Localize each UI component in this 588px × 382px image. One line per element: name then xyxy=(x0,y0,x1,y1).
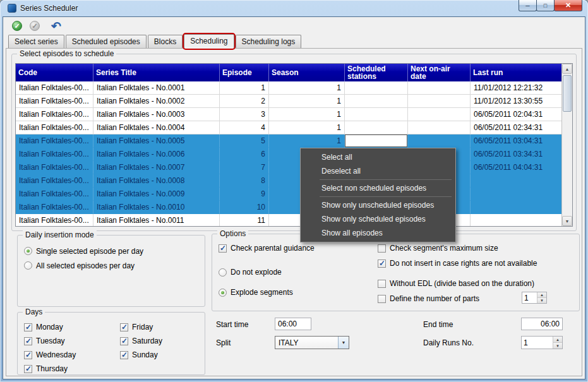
cell-season[interactable]: 1 xyxy=(269,81,345,95)
confirm-disabled-button[interactable]: ✓ xyxy=(27,18,42,33)
cell-episode[interactable]: 11 xyxy=(220,214,269,226)
cell-code[interactable]: Italian Folktales-00... xyxy=(16,148,93,161)
confirm-button[interactable]: ✓ xyxy=(9,18,25,33)
episode-row[interactable]: Italian Folktales-00...Italian Folktales… xyxy=(16,188,561,201)
menu-item-deselect-all[interactable]: Deselect all xyxy=(301,164,455,178)
cell-last[interactable]: 06/05/2011 02:34:31 xyxy=(471,121,561,134)
episode-row[interactable]: Italian Folktales-00...Italian Folktales… xyxy=(16,201,561,214)
cell-season[interactable]: 1 xyxy=(269,121,345,134)
cell-episode[interactable]: 7 xyxy=(220,161,269,174)
column-header-last[interactable]: Last run xyxy=(471,64,561,81)
cell-stations[interactable] xyxy=(345,108,408,121)
scroll-up-button[interactable]: ▲ xyxy=(562,64,572,74)
cell-episode[interactable]: 3 xyxy=(220,108,269,121)
column-header-next[interactable]: Next on-air date xyxy=(408,64,471,81)
episode-row[interactable]: Italian Folktales-00...Italian Folktales… xyxy=(16,81,561,95)
menu-item-select-non-scheduled-episodes[interactable]: Select non scheduled episodes xyxy=(301,181,455,195)
undo-button[interactable]: ↶ xyxy=(45,18,60,33)
parts-count-input[interactable] xyxy=(522,292,537,303)
episode-row[interactable]: Italian Folktales-00...Italian Folktales… xyxy=(16,161,561,174)
menu-item-show-only-unscheduled-episodes[interactable]: Show only unscheduled episodes xyxy=(301,198,455,212)
cell-next[interactable] xyxy=(408,81,471,95)
parts-count-spinner[interactable]: ▲ ▼ xyxy=(522,292,547,304)
cell-title[interactable]: Italian Folktales - No.0002 xyxy=(93,95,220,108)
cell-code[interactable]: Italian Folktales-00... xyxy=(16,201,93,214)
cell-last[interactable] xyxy=(471,174,561,188)
cell-episode[interactable]: 5 xyxy=(220,134,269,148)
cell-episode[interactable]: 2 xyxy=(220,95,269,108)
checkbox-check-segment-maximum-size[interactable]: Check segment's maximum size xyxy=(378,242,498,254)
cell-code[interactable]: Italian Folktales-00... xyxy=(16,214,93,226)
cell-last[interactable]: 06/05/2011 04:04:31 xyxy=(471,161,561,174)
vertical-scrollbar[interactable]: ▲ ▼ xyxy=(561,64,572,226)
radio-all-selected-episodes-per-day[interactable]: All selected episodes per day xyxy=(24,259,143,272)
scrollbar-thumb[interactable] xyxy=(563,75,572,112)
checkbox-thursday[interactable]: Thursday xyxy=(24,362,120,376)
radio-do-not-explode[interactable]: Do not explode xyxy=(219,266,282,278)
episode-row[interactable]: Italian Folktales-00...Italian Folktales… xyxy=(16,108,561,121)
cell-last[interactable]: 06/05/2011 03:34:31 xyxy=(471,148,561,161)
cell-title[interactable]: Italian Folktales - No.0009 xyxy=(93,188,220,201)
column-header-title[interactable]: Series Title xyxy=(93,64,220,81)
cell-stations[interactable] xyxy=(345,81,408,95)
cell-episode[interactable]: 6 xyxy=(220,148,269,161)
radio-explode-segments[interactable]: Explode segments xyxy=(219,287,293,298)
tab-scheduling-logs[interactable]: Scheduling logs xyxy=(236,35,302,48)
menu-item-show-only-scheduled-episodes[interactable]: Show only scheduled episodes xyxy=(301,212,455,226)
cell-last[interactable]: 11/01/2012 12:21:32 xyxy=(471,81,561,95)
cell-season[interactable]: 1 xyxy=(269,134,345,148)
cell-code[interactable]: Italian Folktales-00... xyxy=(16,161,93,174)
menu-item-select-all[interactable]: Select all xyxy=(301,150,455,164)
minimize-button[interactable]: ─ xyxy=(519,0,537,11)
cell-last[interactable] xyxy=(471,214,561,226)
cell-next[interactable] xyxy=(408,95,471,108)
tab-scheduled-episodes[interactable]: Scheduled episodes xyxy=(66,35,147,48)
cell-last[interactable] xyxy=(471,188,561,201)
cell-stations[interactable] xyxy=(345,95,408,108)
cell-title[interactable]: Italian Folktales - No.0008 xyxy=(93,174,220,188)
checkbox-do-not-insert-no-rights[interactable]: Do not insert in case rights are not ava… xyxy=(378,258,537,269)
checkbox-saturday[interactable]: Saturday xyxy=(120,334,216,348)
cell-episode[interactable]: 1 xyxy=(220,81,269,95)
cell-code[interactable]: Italian Folktales-00... xyxy=(16,121,93,134)
spin-up-icon[interactable]: ▲ xyxy=(537,292,546,297)
cell-code[interactable]: Italian Folktales-00... xyxy=(16,81,93,95)
tab-blocks[interactable]: Blocks xyxy=(148,35,183,48)
checkbox-sunday[interactable]: Sunday xyxy=(120,348,216,362)
daily-runs-spinner[interactable]: ▲ ▼ xyxy=(521,336,563,349)
episode-row[interactable]: Italian Folktales-00...Italian Folktales… xyxy=(16,174,561,188)
cell-episode[interactable]: 4 xyxy=(220,121,269,134)
checkbox-friday[interactable]: Friday xyxy=(120,320,216,334)
daily-runs-input[interactable] xyxy=(522,337,553,349)
checkbox-define-number-of-parts[interactable]: Define the number of parts xyxy=(378,293,479,304)
cell-episode[interactable]: 9 xyxy=(220,188,269,201)
close-button[interactable]: ✕ xyxy=(554,0,582,11)
column-header-episode[interactable]: Episode xyxy=(220,64,269,81)
dropdown-arrow-icon[interactable]: ▼ xyxy=(338,337,349,349)
menu-item-show-all-episodes[interactable]: Show all episodes xyxy=(301,226,455,240)
cell-title[interactable]: Italian Folktales - No.0003 xyxy=(93,108,220,121)
cell-stations[interactable] xyxy=(345,121,408,134)
scroll-down-button[interactable]: ▼ xyxy=(562,216,572,226)
end-time-input[interactable] xyxy=(521,318,563,330)
column-header-season[interactable]: Season xyxy=(269,64,345,81)
episode-row[interactable]: Italian Folktales-00...Italian Folktales… xyxy=(16,134,561,148)
cell-code[interactable]: Italian Folktales-00... xyxy=(16,95,93,108)
cell-title[interactable]: Italian Folktales - No.0001 xyxy=(93,81,220,95)
cell-title[interactable]: Italian Folktales - No.0004 xyxy=(93,121,220,134)
cell-stations[interactable] xyxy=(345,134,408,148)
start-time-input[interactable] xyxy=(275,318,311,330)
cell-title[interactable]: Italian Folktales - No.0005 xyxy=(93,134,220,148)
cell-title[interactable]: Italian Folktales - No.0010 xyxy=(93,201,220,214)
cell-title[interactable]: Italian Folktales - No.0006 xyxy=(93,148,220,161)
cell-last[interactable]: 11/01/2012 13:30:55 xyxy=(471,95,561,108)
episode-row[interactable]: Italian Folktales-00...Italian Folktales… xyxy=(16,214,561,226)
cell-code[interactable]: Italian Folktales-00... xyxy=(16,188,93,201)
cell-title[interactable]: Italian Folktales - No.0011 xyxy=(93,214,220,226)
checkbox-tuesday[interactable]: Tuesday xyxy=(24,334,120,348)
spin-up-icon[interactable]: ▲ xyxy=(553,337,562,342)
spin-down-icon[interactable]: ▼ xyxy=(537,297,546,303)
column-header-code[interactable]: Code xyxy=(16,64,93,81)
cell-last[interactable]: 06/05/2011 02:04:31 xyxy=(471,108,561,121)
radio-single-selected-episode-per-day[interactable]: Single selected episode per day xyxy=(24,244,143,258)
